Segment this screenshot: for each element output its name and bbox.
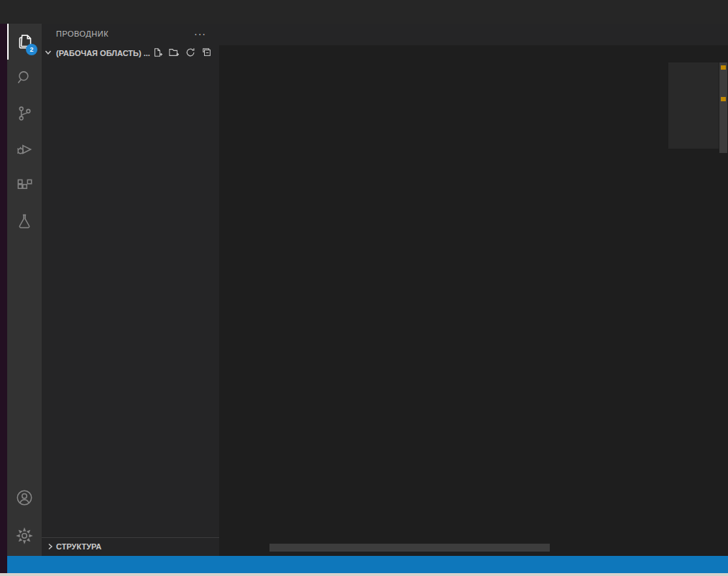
settings-gear-icon[interactable]: [7, 516, 42, 556]
chevron-down-icon: [45, 49, 56, 57]
desktop-edge-bottom: [0, 573, 728, 576]
explorer-more-icon[interactable]: ···: [194, 28, 206, 40]
extensions-icon[interactable]: [7, 167, 42, 203]
explorer-badge: 2: [26, 44, 37, 55]
tab-bar: [219, 24, 728, 45]
vertical-scrollbar[interactable]: [719, 62, 728, 556]
refresh-icon[interactable]: [185, 47, 195, 59]
chevron-right-icon: [45, 543, 56, 550]
editor-group: [219, 24, 728, 556]
breadcrumb[interactable]: [219, 45, 728, 62]
source-control-icon[interactable]: [7, 96, 42, 131]
warning-marker: [721, 97, 726, 101]
horizontal-scrollbar-thumb[interactable]: [269, 544, 550, 552]
explorer-icon[interactable]: 2: [7, 24, 42, 60]
menu-bar: [0, 0, 728, 24]
code-editor[interactable]: [219, 62, 728, 556]
workspace-label: (РАБОЧАЯ ОБЛАСТЬ) ...: [56, 49, 150, 57]
testing-icon[interactable]: [7, 203, 42, 239]
account-icon[interactable]: [7, 480, 42, 516]
warning-marker: [721, 65, 726, 70]
outline-label: СТРУКТУРА: [56, 542, 101, 551]
new-file-icon[interactable]: [152, 47, 162, 59]
explorer-sidebar: ПРОВОДНИК ··· (РАБОЧАЯ ОБЛАСТЬ) ... СТРУ…: [42, 24, 219, 556]
minimap[interactable]: [668, 62, 719, 556]
minimap-slider[interactable]: [668, 62, 719, 149]
activity-bar: 2: [7, 24, 42, 556]
new-folder-icon[interactable]: [169, 47, 179, 59]
status-bar: [7, 556, 728, 573]
run-debug-icon[interactable]: [7, 131, 42, 167]
vertical-scrollbar-thumb[interactable]: [719, 62, 727, 153]
outline-section-header[interactable]: СТРУКТУРА: [42, 537, 219, 554]
search-icon[interactable]: [7, 60, 42, 96]
explorer-title: ПРОВОДНИК: [56, 29, 109, 38]
workspace-section-header[interactable]: (РАБОЧАЯ ОБЛАСТЬ) ...: [42, 44, 219, 62]
collapse-all-icon[interactable]: [202, 47, 212, 59]
desktop-edge: [0, 24, 7, 573]
